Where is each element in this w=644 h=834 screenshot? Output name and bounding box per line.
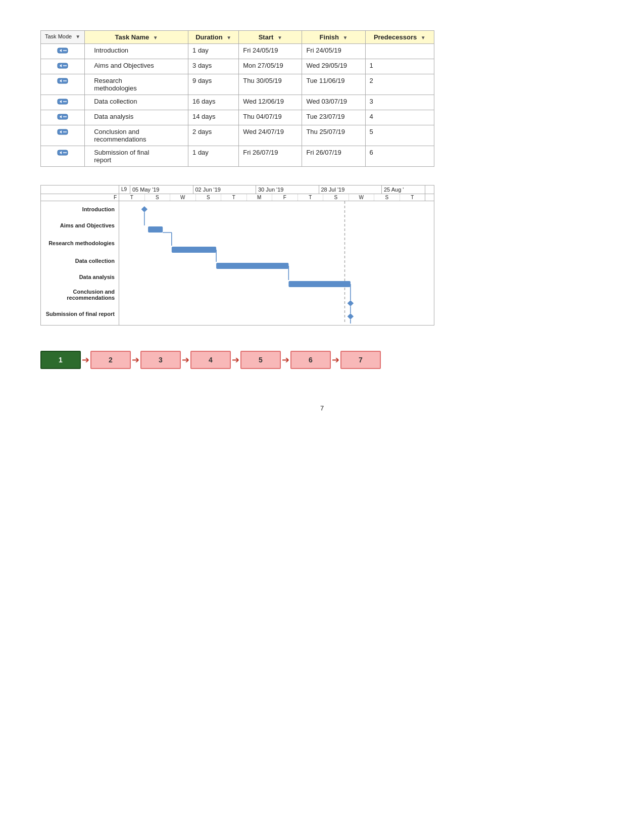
task-finish: Tue 11/06/19 [302, 74, 365, 95]
gantt-label-6: Submission of final report [41, 304, 119, 323]
task-predecessors: 3 [365, 95, 434, 110]
svg-marker-22 [141, 206, 147, 212]
task-start: Fri 26/07/19 [239, 146, 302, 167]
task-predecessors: 1 [365, 59, 434, 74]
flow-box-6: 6 [290, 351, 331, 369]
col-header-start: Start ▼ [239, 31, 302, 44]
col-header-duration: Duration ▼ [188, 31, 239, 44]
gantt-svg [119, 201, 434, 323]
gantt-chart: L9 05 May '19 02 Jun '19 30 Jun '19 28 J… [40, 185, 434, 326]
day-W: W [170, 194, 196, 201]
task-mode-icon [41, 146, 85, 167]
gantt-spacer [41, 186, 119, 194]
day-spacer [425, 194, 434, 201]
day-S2: S [196, 194, 222, 201]
day-T4: T [400, 194, 425, 201]
flow-arrow-6: ➔ [332, 354, 339, 365]
task-duration: 14 days [188, 110, 239, 125]
gantt-bars-area [119, 201, 434, 325]
table-row: Data analysis14 daysThu 04/07/19Tue 23/0… [41, 110, 434, 125]
gantt-month-2: 02 Jun '19 [193, 186, 257, 194]
col-header-name: Task Name ▼ [85, 31, 188, 44]
task-table: Task Mode ▼ Task Name ▼ Duration ▼ Start… [40, 30, 434, 167]
task-start: Mon 27/05/19 [239, 59, 302, 74]
svg-rect-24 [148, 226, 163, 233]
flow-box-4: 4 [190, 351, 231, 369]
sort-icon-start[interactable]: ▼ [277, 35, 282, 40]
task-start: Thu 30/05/19 [239, 74, 302, 95]
task-predecessors: 5 [365, 125, 434, 146]
gantt-months-row: L9 05 May '19 02 Jun '19 30 Jun '19 28 J… [41, 186, 434, 194]
day-T2: T [221, 194, 247, 201]
table-row: Conclusion andrecommendations2 daysWed 2… [41, 125, 434, 146]
flow-arrow-3: ➔ [182, 354, 189, 365]
gantt-days-row: F T S W S T M F T S W S T [41, 194, 434, 201]
sort-icon-finish[interactable]: ▼ [342, 35, 348, 40]
table-row: Aims and Objectives3 daysMon 27/05/19Wed… [41, 59, 434, 74]
task-mode-icon [41, 59, 85, 74]
gantt-month-1: 05 May '19 [130, 186, 193, 194]
task-duration: 3 days [188, 59, 239, 74]
page-number: 7 [40, 404, 604, 412]
task-finish: Wed 29/05/19 [302, 59, 365, 74]
task-finish: Wed 03/07/19 [302, 95, 365, 110]
task-start: Wed 24/07/19 [239, 125, 302, 146]
task-name: Introduction [85, 44, 188, 59]
task-name: Conclusion andrecommendations [85, 125, 188, 146]
svg-rect-27 [172, 247, 216, 253]
gantt-month-0: L9 [119, 186, 130, 194]
flow-box-7: 7 [340, 351, 381, 369]
task-predecessors [365, 44, 434, 59]
sort-icon-duration[interactable]: ▼ [226, 35, 231, 40]
col-header-predecessors: Predecessors ▼ [365, 31, 434, 44]
day-S3: S [323, 194, 349, 201]
day-S1: S [145, 194, 171, 201]
gantt-scroll-indicator[interactable] [425, 186, 434, 194]
task-name: Aims and Objectives [85, 59, 188, 74]
gantt-label-0: Introduction [41, 201, 119, 217]
sort-icon-name[interactable]: ▼ [153, 35, 158, 40]
flow-diagram: 1 ➔ 2 ➔ 3 ➔ 4 ➔ 5 ➔ 6 ➔ 7 [40, 346, 604, 374]
flow-box-2: 2 [90, 351, 131, 369]
gantt-label-2: Research methodologies [41, 234, 119, 253]
task-finish: Fri 26/07/19 [302, 146, 365, 167]
col-header-finish: Finish ▼ [302, 31, 365, 44]
gantt-month-4: 28 Jul '19 [319, 186, 382, 194]
flow-box-5: 5 [240, 351, 281, 369]
day-T3: T [298, 194, 324, 201]
gantt-month-3: 30 Jun '19 [256, 186, 319, 194]
task-name: Data collection [85, 95, 188, 110]
task-mode-icon [41, 44, 85, 59]
task-start: Fri 24/05/19 [239, 44, 302, 59]
table-row: Submission of finalreport1 dayFri 26/07/… [41, 146, 434, 167]
flow-arrow-1: ➔ [82, 354, 89, 365]
task-mode-icon [41, 125, 85, 146]
task-finish: Fri 24/05/19 [302, 44, 365, 59]
flow-arrow-5: ➔ [282, 354, 289, 365]
task-duration: 16 days [188, 95, 239, 110]
task-name: Researchmethodologies [85, 74, 188, 95]
svg-marker-35 [348, 313, 354, 319]
table-row: Introduction1 dayFri 24/05/19Fri 24/05/1… [41, 44, 434, 59]
flow-box-1: 1 [40, 351, 81, 369]
gantt-month-5: 25 Aug ' [382, 186, 425, 194]
table-row: Data collection16 daysWed 12/06/19Wed 03… [41, 95, 434, 110]
day-F: F [272, 194, 298, 201]
task-predecessors: 6 [365, 146, 434, 167]
task-start: Thu 04/07/19 [239, 110, 302, 125]
task-name: Submission of finalreport [85, 146, 188, 167]
day-S4: S [374, 194, 400, 201]
task-duration: 1 day [188, 44, 239, 59]
flow-box-3: 3 [140, 351, 181, 369]
gantt-labels: Introduction Aims and Objectives Researc… [41, 201, 119, 325]
sort-icon-pred[interactable]: ▼ [421, 35, 426, 40]
task-mode-icon [41, 74, 85, 95]
day-M: M [247, 194, 273, 201]
gantt-label-3: Data collection [41, 253, 119, 269]
sort-icon-mode[interactable]: ▼ [75, 34, 80, 39]
table-row: Researchmethodologies9 daysThu 30/05/19T… [41, 74, 434, 95]
gantt-label-4: Data analysis [41, 269, 119, 285]
flow-arrow-4: ➔ [232, 354, 239, 365]
task-predecessors: 4 [365, 110, 434, 125]
task-finish: Thu 25/07/19 [302, 125, 365, 146]
